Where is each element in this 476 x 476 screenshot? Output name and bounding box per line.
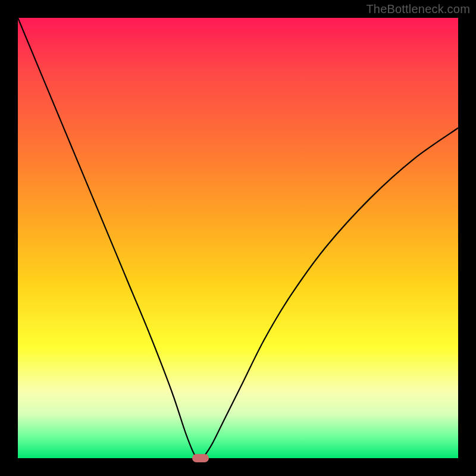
plot-area xyxy=(18,18,458,458)
right-branch-path xyxy=(203,128,458,458)
left-branch-path xyxy=(18,18,198,458)
curve-svg xyxy=(18,18,458,458)
chart-frame: TheBottleneck.com xyxy=(0,0,476,476)
watermark-text: TheBottleneck.com xyxy=(366,2,470,16)
minimum-marker xyxy=(192,454,209,462)
